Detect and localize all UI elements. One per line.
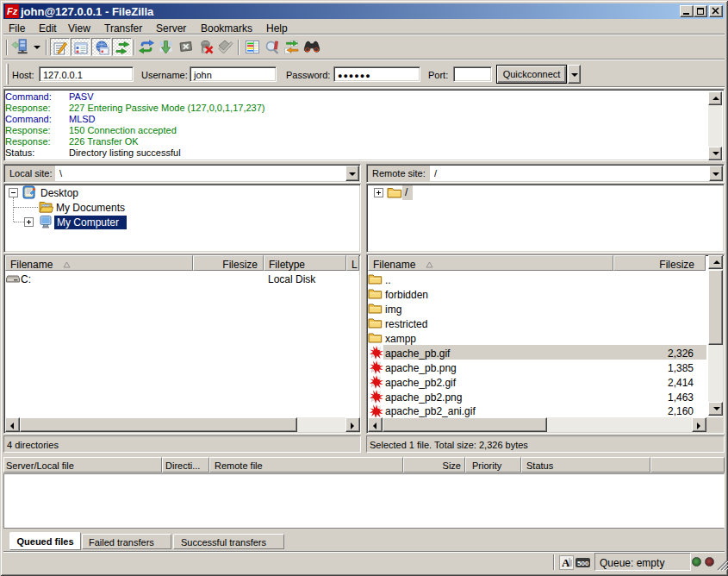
svg-text:500: 500 [577, 560, 589, 567]
svg-text:Fz: Fz [7, 6, 18, 16]
